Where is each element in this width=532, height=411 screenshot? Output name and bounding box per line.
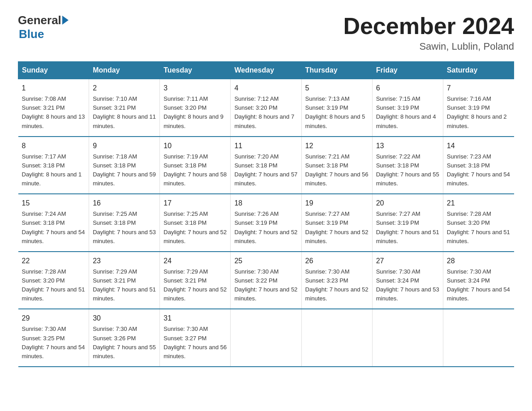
calendar-cell: 7Sunrise: 7:16 AMSunset: 3:19 PMDaylight… [443, 79, 514, 137]
calendar-cell: 2Sunrise: 7:10 AMSunset: 3:21 PMDaylight… [89, 79, 160, 137]
day-info: Sunrise: 7:30 AMSunset: 3:24 PMDaylight:… [376, 267, 439, 304]
day-number: 27 [376, 256, 439, 266]
calendar-week-row: 29Sunrise: 7:30 AMSunset: 3:25 PMDayligh… [18, 309, 514, 367]
day-info: Sunrise: 7:24 AMSunset: 3:18 PMDaylight:… [22, 210, 86, 246]
calendar-week-row: 15Sunrise: 7:24 AMSunset: 3:18 PMDayligh… [18, 194, 514, 252]
logo-arrow-icon [62, 16, 69, 25]
day-info: Sunrise: 7:22 AMSunset: 3:18 PMDaylight:… [376, 152, 439, 188]
day-info: Sunrise: 7:30 AMSunset: 3:23 PMDaylight:… [305, 267, 369, 304]
day-number: 14 [447, 141, 511, 151]
day-number: 13 [376, 141, 439, 151]
title-section: December 2024 Sawin, Lublin, Poland [343, 13, 514, 52]
header-sunday: Sunday [18, 62, 89, 79]
day-number: 30 [93, 313, 156, 324]
header-row: Sunday Monday Tuesday Wednesday Thursday… [18, 62, 514, 79]
calendar-cell: 26Sunrise: 7:30 AMSunset: 3:23 PMDayligh… [301, 252, 372, 309]
header-tuesday: Tuesday [160, 62, 231, 79]
calendar-cell: 13Sunrise: 7:22 AMSunset: 3:18 PMDayligh… [372, 137, 443, 194]
calendar-cell: 23Sunrise: 7:29 AMSunset: 3:21 PMDayligh… [89, 252, 160, 309]
day-info: Sunrise: 7:25 AMSunset: 3:18 PMDaylight:… [163, 210, 227, 246]
day-number: 11 [234, 141, 297, 151]
calendar-cell: 22Sunrise: 7:28 AMSunset: 3:20 PMDayligh… [18, 252, 89, 309]
day-info: Sunrise: 7:30 AMSunset: 3:24 PMDaylight:… [447, 267, 511, 304]
day-number: 5 [305, 83, 369, 94]
calendar-cell: 29Sunrise: 7:30 AMSunset: 3:25 PMDayligh… [18, 309, 89, 367]
calendar-cell: 10Sunrise: 7:19 AMSunset: 3:18 PMDayligh… [160, 137, 231, 194]
day-number: 22 [22, 256, 86, 266]
day-info: Sunrise: 7:30 AMSunset: 3:25 PMDaylight:… [22, 325, 86, 361]
day-info: Sunrise: 7:19 AMSunset: 3:18 PMDaylight:… [163, 152, 227, 188]
day-info: Sunrise: 7:28 AMSunset: 3:20 PMDaylight:… [22, 267, 86, 304]
day-number: 9 [93, 141, 156, 151]
calendar-cell: 14Sunrise: 7:23 AMSunset: 3:18 PMDayligh… [443, 137, 514, 194]
day-info: Sunrise: 7:16 AMSunset: 3:19 PMDaylight:… [447, 94, 511, 131]
month-title: December 2024 [343, 13, 514, 39]
day-number: 16 [93, 198, 156, 209]
day-number: 6 [376, 83, 439, 94]
day-info: Sunrise: 7:29 AMSunset: 3:21 PMDaylight:… [163, 267, 227, 304]
day-number: 25 [234, 256, 297, 266]
calendar-cell [301, 309, 372, 367]
calendar-table: Sunday Monday Tuesday Wednesday Thursday… [18, 61, 514, 367]
day-info: Sunrise: 7:27 AMSunset: 3:19 PMDaylight:… [305, 210, 369, 246]
day-info: Sunrise: 7:20 AMSunset: 3:18 PMDaylight:… [234, 152, 297, 188]
day-info: Sunrise: 7:13 AMSunset: 3:19 PMDaylight:… [305, 94, 369, 131]
header-saturday: Saturday [443, 62, 514, 79]
day-number: 4 [234, 83, 297, 94]
day-number: 8 [22, 141, 86, 151]
calendar-cell [443, 309, 514, 367]
calendar-cell: 4Sunrise: 7:12 AMSunset: 3:20 PMDaylight… [231, 79, 301, 137]
calendar-cell: 28Sunrise: 7:30 AMSunset: 3:24 PMDayligh… [443, 252, 514, 309]
day-info: Sunrise: 7:15 AMSunset: 3:19 PMDaylight:… [376, 94, 439, 131]
calendar-cell: 24Sunrise: 7:29 AMSunset: 3:21 PMDayligh… [160, 252, 231, 309]
calendar-cell: 30Sunrise: 7:30 AMSunset: 3:26 PMDayligh… [89, 309, 160, 367]
calendar-body: 1Sunrise: 7:08 AMSunset: 3:21 PMDaylight… [18, 79, 514, 367]
day-number: 1 [22, 83, 86, 94]
day-info: Sunrise: 7:28 AMSunset: 3:20 PMDaylight:… [447, 210, 511, 246]
calendar-cell: 17Sunrise: 7:25 AMSunset: 3:18 PMDayligh… [160, 194, 231, 252]
calendar-cell: 1Sunrise: 7:08 AMSunset: 3:21 PMDaylight… [18, 79, 89, 137]
logo-blue-text: Blue [19, 27, 44, 41]
location-title: Sawin, Lublin, Poland [343, 41, 514, 52]
header-thursday: Thursday [301, 62, 372, 79]
calendar-cell [372, 309, 443, 367]
calendar-cell: 31Sunrise: 7:30 AMSunset: 3:27 PMDayligh… [160, 309, 231, 367]
day-info: Sunrise: 7:26 AMSunset: 3:19 PMDaylight:… [234, 210, 297, 246]
header-monday: Monday [89, 62, 160, 79]
calendar-cell: 19Sunrise: 7:27 AMSunset: 3:19 PMDayligh… [301, 194, 372, 252]
day-info: Sunrise: 7:08 AMSunset: 3:21 PMDaylight:… [22, 94, 86, 131]
day-info: Sunrise: 7:29 AMSunset: 3:21 PMDaylight:… [93, 267, 156, 304]
day-number: 21 [447, 198, 511, 209]
calendar-cell: 9Sunrise: 7:18 AMSunset: 3:18 PMDaylight… [89, 137, 160, 194]
day-info: Sunrise: 7:10 AMSunset: 3:21 PMDaylight:… [93, 94, 156, 131]
day-number: 3 [163, 83, 227, 94]
day-number: 20 [376, 198, 439, 209]
day-info: Sunrise: 7:27 AMSunset: 3:19 PMDaylight:… [376, 210, 439, 246]
day-number: 24 [163, 256, 227, 266]
day-number: 28 [447, 256, 511, 266]
calendar-cell: 6Sunrise: 7:15 AMSunset: 3:19 PMDaylight… [372, 79, 443, 137]
calendar-cell: 5Sunrise: 7:13 AMSunset: 3:19 PMDaylight… [301, 79, 372, 137]
calendar-week-row: 1Sunrise: 7:08 AMSunset: 3:21 PMDaylight… [18, 79, 514, 137]
day-number: 7 [447, 83, 511, 94]
calendar-cell: 18Sunrise: 7:26 AMSunset: 3:19 PMDayligh… [231, 194, 301, 252]
day-info: Sunrise: 7:30 AMSunset: 3:22 PMDaylight:… [234, 267, 297, 304]
day-number: 31 [163, 313, 227, 324]
calendar-header: Sunday Monday Tuesday Wednesday Thursday… [18, 62, 514, 79]
day-number: 17 [163, 198, 227, 209]
day-number: 26 [305, 256, 369, 266]
day-number: 2 [93, 83, 156, 94]
header-wednesday: Wednesday [231, 62, 301, 79]
calendar-cell: 21Sunrise: 7:28 AMSunset: 3:20 PMDayligh… [443, 194, 514, 252]
day-info: Sunrise: 7:23 AMSunset: 3:18 PMDaylight:… [447, 152, 511, 188]
calendar-cell: 16Sunrise: 7:25 AMSunset: 3:18 PMDayligh… [89, 194, 160, 252]
day-number: 19 [305, 198, 369, 209]
day-info: Sunrise: 7:18 AMSunset: 3:18 PMDaylight:… [93, 152, 156, 188]
calendar-week-row: 8Sunrise: 7:17 AMSunset: 3:18 PMDaylight… [18, 137, 514, 194]
day-number: 10 [163, 141, 227, 151]
day-number: 15 [22, 198, 86, 209]
calendar-cell [231, 309, 301, 367]
day-info: Sunrise: 7:25 AMSunset: 3:18 PMDaylight:… [93, 210, 156, 246]
header-friday: Friday [372, 62, 443, 79]
logo-general-text: General [18, 13, 61, 27]
